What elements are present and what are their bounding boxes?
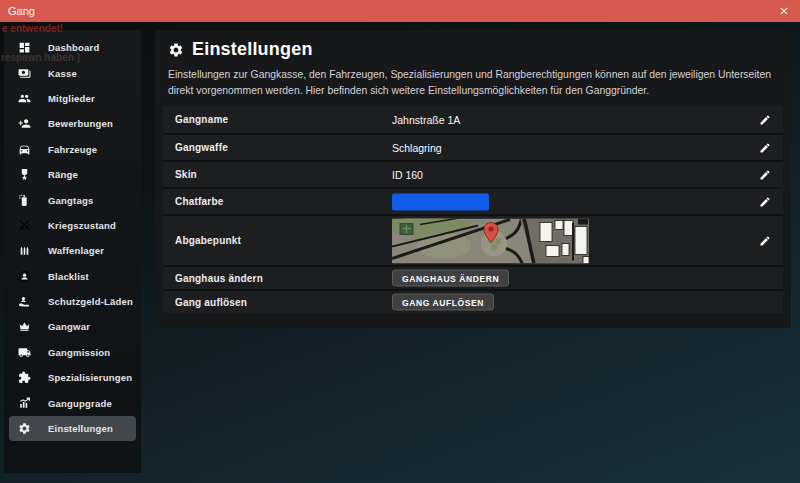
pencil-icon <box>759 169 771 181</box>
map-preview <box>392 218 589 263</box>
sidebar-item-mitglieder[interactable]: Mitglieder <box>9 86 136 111</box>
page-title-text: Einstellungen <box>192 39 313 60</box>
row-value: Schlagring <box>392 142 442 154</box>
sidebar-item-label: Blacklist <box>48 271 89 282</box>
spray-can-icon <box>18 194 31 207</box>
settings-row-skin: SkinID 160 <box>163 160 783 187</box>
map-thumbnail <box>392 218 589 263</box>
sidebar-item-einstellungen[interactable]: Einstellungen <box>9 416 136 441</box>
sidebar-item-label: Fahrzeuge <box>48 144 97 155</box>
gang-window: Gang e entwendet! respawn haben ] Dashbo… <box>0 0 800 483</box>
sidebar-item-kasse[interactable]: Kasse <box>9 60 136 85</box>
edit-button[interactable] <box>757 112 773 128</box>
sidebar-item-label: Gangwar <box>48 321 90 332</box>
row-value: Jahnstraße 1A <box>392 114 460 126</box>
sidebar-item-bewerbungen[interactable]: Bewerbungen <box>9 111 136 136</box>
row-label: Gangwaffe <box>163 142 228 153</box>
sidebar-item-range[interactable]: Ränge <box>9 162 136 187</box>
sidebar-item-label: Einstellungen <box>48 423 113 434</box>
members-icon <box>18 92 31 105</box>
color-swatch <box>392 193 489 210</box>
sidebar-item-fahrzeuge[interactable]: Fahrzeuge <box>9 137 136 162</box>
sidebar-item-label: Gangupgrade <box>48 398 112 409</box>
sidebar-item-kriegszustand[interactable]: Kriegszustand <box>9 213 136 238</box>
sidebar-item-gangmission[interactable]: Gangmission <box>9 340 136 365</box>
settings-description: Einstellungen zur Gangkasse, den Fahrzeu… <box>168 67 778 98</box>
gear-icon <box>18 422 31 435</box>
applications-icon <box>18 117 31 130</box>
sidebar-item-label: Waffenlager <box>48 245 104 256</box>
pencil-icon <box>759 196 771 208</box>
close-button[interactable] <box>776 3 792 19</box>
row-value-slot <box>392 218 589 263</box>
row-label: Chatfarbe <box>163 196 223 207</box>
gear-icon <box>168 42 184 58</box>
ganghaus-andern-button[interactable]: GANGHAUS ÄNDERN <box>392 270 509 287</box>
puzzle-icon <box>18 371 31 384</box>
pencil-icon <box>759 235 771 247</box>
row-label: Skin <box>163 169 197 180</box>
settings-panel: Einstellungen Einstellungen zur Gangkass… <box>155 30 791 328</box>
pencil-icon <box>759 142 771 154</box>
sidebar-item-gangwar[interactable]: Gangwar <box>9 314 136 339</box>
cash-icon <box>18 67 31 80</box>
sidebar-item-label: Kriegszustand <box>48 220 116 231</box>
target-person-icon <box>18 270 31 283</box>
hand-person-icon <box>18 295 31 308</box>
row-label: Gangname <box>163 114 228 125</box>
close-icon <box>778 5 790 17</box>
settings-row-gangwaffe: GangwaffeSchlagring <box>163 133 783 160</box>
pencil-icon <box>759 114 771 126</box>
sidebar-item-label: Ränge <box>48 169 78 180</box>
row-value-slot: GANG AUFLÖSEN <box>392 294 494 311</box>
row-value-slot: Schlagring <box>392 142 442 154</box>
sidebar-item-gangupgrade[interactable]: Gangupgrade <box>9 390 136 415</box>
edit-button[interactable] <box>757 140 773 156</box>
edit-button[interactable] <box>757 167 773 183</box>
sidebar-item-label: Gangtags <box>48 195 93 206</box>
ammo-icon <box>18 244 31 257</box>
car-icon <box>18 143 31 156</box>
row-value-slot: Jahnstraße 1A <box>392 114 460 126</box>
sidebar-item-label: Mitglieder <box>48 93 95 104</box>
sidebar-item-schutzgeld-laden[interactable]: Schutzgeld-Läden <box>9 289 136 314</box>
rank-icon <box>18 168 31 181</box>
background-chat-fragment: e entwendet! <box>2 23 63 34</box>
row-label: Abgabepunkt <box>163 235 241 246</box>
sidebar-item-waffenlager[interactable]: Waffenlager <box>9 238 136 263</box>
sidebar-item-label: Schutzgeld-Läden <box>48 296 133 307</box>
settings-row-gang-auflosen: Gang auflösenGANG AUFLÖSEN <box>163 289 783 313</box>
settings-row-abgabepunkt: Abgabepunkt <box>163 214 783 265</box>
sidebar-item-label: Kasse <box>48 68 77 79</box>
settings-row-chatfarbe: Chatfarbe <box>163 187 783 214</box>
gang-auflosen-button[interactable]: GANG AUFLÖSEN <box>392 294 494 311</box>
crossed-swords-icon <box>18 219 31 232</box>
row-value-slot: GANGHAUS ÄNDERN <box>392 270 509 287</box>
upgrade-chart-icon <box>18 397 31 410</box>
settings-row-ganghaus-andern: Ganghaus ändernGANGHAUS ÄNDERN <box>163 265 783 289</box>
background-chat-fragment: respawn haben ] <box>1 52 80 63</box>
sidebar-item-blacklist[interactable]: Blacklist <box>9 264 136 289</box>
sidebar-item-spezialisierungen[interactable]: Spezialisierungen <box>9 365 136 390</box>
sidebar: DashboardKasseMitgliederBewerbungenFahrz… <box>4 30 141 473</box>
edit-button[interactable] <box>757 233 773 249</box>
row-value: ID 160 <box>392 169 423 181</box>
row-label: Gang auflösen <box>163 297 247 308</box>
row-value-slot <box>392 193 489 210</box>
crown-icon <box>18 320 31 333</box>
row-label: Ganghaus ändern <box>163 273 263 284</box>
truck-icon <box>18 346 31 359</box>
edit-button[interactable] <box>757 194 773 210</box>
titlebar: Gang <box>0 0 800 22</box>
sidebar-item-label: Spezialisierungen <box>48 372 132 383</box>
sidebar-item-label: Bewerbungen <box>48 118 113 129</box>
window-title: Gang <box>8 5 35 17</box>
settings-table: GangnameJahnstraße 1AGangwaffeSchlagring… <box>163 106 783 313</box>
settings-row-gangname: GangnameJahnstraße 1A <box>163 106 783 133</box>
page-title: Einstellungen <box>163 39 783 60</box>
sidebar-item-label: Gangmission <box>48 347 110 358</box>
row-value-slot: ID 160 <box>392 169 423 181</box>
sidebar-item-gangtags[interactable]: Gangtags <box>9 187 136 212</box>
